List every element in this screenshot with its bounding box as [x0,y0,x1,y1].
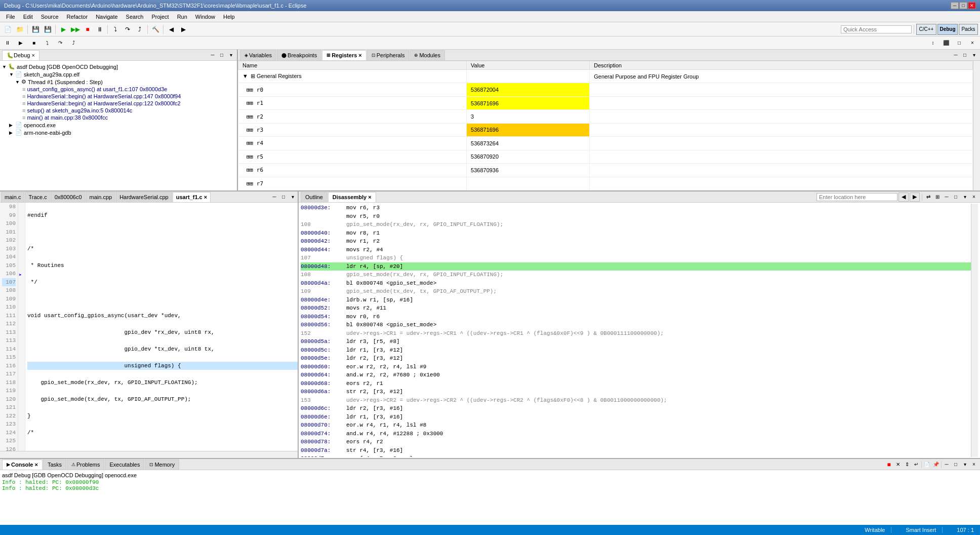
tb2-btn6[interactable]: ⤴ [68,37,79,49]
tab-variables[interactable]: ◈ Variables [240,50,276,60]
tb2-btn3[interactable]: ■ [28,37,39,49]
tree-frame1[interactable]: ≡ usart_config_gpios_async() at usart_f1… [2,86,235,93]
menu-project[interactable]: Project [147,13,173,21]
regs-maximize-btn[interactable]: □ [961,51,969,59]
perspective-debug[interactable]: Debug [937,24,958,35]
menu-search[interactable]: Search [122,13,148,21]
toolbar-build[interactable]: 🔨 [150,24,161,35]
tb2-btn4[interactable]: ⤵ [42,37,53,49]
editor-scrollbar-h[interactable] [0,451,298,458]
tree-thread[interactable]: ▼ ⚙ Thread #1 (Suspended : Step) [2,78,235,86]
console-clear-btn[interactable]: ✕ [894,461,902,469]
tab-debug[interactable]: 🐛 Debug × [2,50,39,60]
tab-trace-c[interactable]: Trace.c [25,192,50,202]
menu-run[interactable]: Run [173,13,191,21]
console-pin-btn[interactable]: 📌 [932,461,940,469]
disasm-location-input[interactable] [816,193,897,201]
editor-maximize-btn[interactable]: □ [279,193,288,201]
reg-row-r3[interactable]: ⊞⊞ r3 536871696 [238,123,973,136]
menu-navigate[interactable]: Navigate [92,13,121,21]
reg-group-expand[interactable]: ▼ [242,73,248,79]
disasm-scrollbar-v[interactable] [971,204,978,457]
tree-openocd[interactable]: ▶ 📄 openocd.exe [2,121,235,129]
toolbar-save[interactable]: 💾 [30,24,41,35]
tab-outline[interactable]: Outline [301,192,328,202]
tab-registers[interactable]: ⊞ Registers × [322,50,366,60]
disasm-content[interactable]: 08000d3e: mov r6, r3 mov r5, r0 108 gpio… [299,203,980,458]
tb2-btn2[interactable]: ▶ [15,37,26,49]
tab-tasks[interactable]: Tasks [43,460,66,470]
disasm-sync-btn[interactable]: ⇄ [924,193,932,201]
toolbar-stop[interactable]: ■ [82,24,93,35]
tb2-right4[interactable]: × [967,37,978,49]
toolbar-suspend[interactable]: ⏸ [94,24,105,35]
tb2-right3[interactable]: □ [954,37,965,49]
disasm-expand-btn[interactable]: ⊞ [933,193,942,201]
quick-access-input[interactable] [841,25,912,33]
tab-problems[interactable]: ⚠ Problems [67,460,104,470]
reg-row-r4[interactable]: ⊞⊞ r4 536873264 [238,137,973,150]
disasm-minimize-btn[interactable]: ─ [943,193,951,201]
disasm-close-btn[interactable]: × [970,193,978,201]
menu-help[interactable]: Help [219,13,239,21]
tab-hardwareserial-cpp[interactable]: HardwareSerial.cpp [116,192,172,202]
debug-view-menu-btn[interactable]: ▾ [227,51,235,59]
editor-content[interactable]: 98 99 100 101 102 103 104 105 106 107 10… [0,203,298,451]
tree-frame5[interactable]: ≡ main() at main.cpp:38 0x8000fcc [2,114,235,121]
tab-breakpoints[interactable]: ⬤ Breakpoints [277,50,321,60]
disasm-view-menu-btn[interactable]: ▾ [961,193,969,201]
tree-frame4[interactable]: ≡ setup() at sketch_aug29a.ino:5 0x80001… [2,107,235,114]
tab-main-c[interactable]: main.c [1,192,24,202]
tab-peripherals[interactable]: ⊡ Peripherals [367,50,410,60]
perspective-packs[interactable]: Packs [959,24,978,35]
console-view-menu-btn[interactable]: ▾ [961,461,969,469]
tab-disassembly[interactable]: Disassembly × [328,192,376,202]
console-content[interactable]: asdf Debug [GDB OpenOCD Debugging] openo… [0,470,980,525]
tab-main-cpp[interactable]: main.cpp [86,192,116,202]
toolbar-step-over[interactable]: ↷ [122,24,133,35]
tab-memory[interactable]: ⊡ Memory [145,460,179,470]
tree-gdb[interactable]: ▶ 📄 arm-none-eabi-gdb [2,129,235,136]
reg-row-r7[interactable]: ⊞⊞ r7 [238,177,973,190]
toolbar-save-all[interactable]: 💾 [42,24,53,35]
disasm-go-fwd-btn[interactable]: ▶ [910,193,920,202]
tb2-right1[interactable]: ↕ [927,37,938,49]
regs-minimize-btn[interactable]: ─ [952,51,960,59]
toolbar-new[interactable]: 📄 [2,24,13,35]
console-word-wrap-btn[interactable]: ↵ [912,461,920,469]
console-open-file-btn[interactable]: 📄 [923,461,931,469]
menu-file[interactable]: File [2,13,19,21]
console-maximize-btn[interactable]: □ [952,461,960,469]
tb2-btn5[interactable]: ↷ [55,37,66,49]
disasm-maximize-btn[interactable]: □ [952,193,960,201]
disasm-go-btn[interactable]: ◀ [899,193,909,202]
console-stop-btn[interactable]: ■ [885,461,893,469]
close-button[interactable]: ✕ [968,2,976,9]
tree-frame3[interactable]: ≡ HardwareSerial::begin() at HardwareSer… [2,100,235,107]
menu-edit[interactable]: Edit [19,13,37,21]
console-minimize-btn[interactable]: ─ [943,461,951,469]
editor-view-menu-btn[interactable]: ▾ [289,193,297,201]
toolbar-step-into[interactable]: ⤵ [110,24,121,35]
reg-row-r6[interactable]: ⊞⊞ r6 536870936 [238,164,973,177]
toolbar-open[interactable]: 📁 [14,24,25,35]
toolbar-run[interactable]: ▶▶ [70,24,81,35]
menu-window[interactable]: Window [191,13,219,21]
regs-view-menu-btn[interactable]: ▾ [970,51,978,59]
reg-row-r2[interactable]: ⊞⊞ r2 3 [238,110,973,123]
tb2-right2[interactable]: ⬛ [941,37,952,49]
console-close-btn[interactable]: × [970,461,978,469]
tab-console[interactable]: ▶ Console × [2,460,43,470]
reg-row-r0[interactable]: ⊞⊞ r0 536872004 [238,83,973,96]
perspective-cpp[interactable]: C/C++ [916,24,936,35]
toolbar-forward[interactable]: ▶ [178,24,189,35]
console-scroll-lock-btn[interactable]: ⇕ [903,461,911,469]
tab-modules[interactable]: ⊕ Modules [410,50,445,60]
tb2-btn1[interactable]: ⏸ [2,37,13,49]
maximize-button[interactable]: □ [959,2,967,9]
debug-maximize-btn[interactable]: □ [218,51,226,59]
tab-executables[interactable]: Executables [105,460,144,470]
reg-row-r1[interactable]: ⊞⊞ r1 536871696 [238,96,973,109]
debug-minimize-btn[interactable]: ─ [209,51,217,59]
minimize-button[interactable]: ─ [951,2,959,9]
